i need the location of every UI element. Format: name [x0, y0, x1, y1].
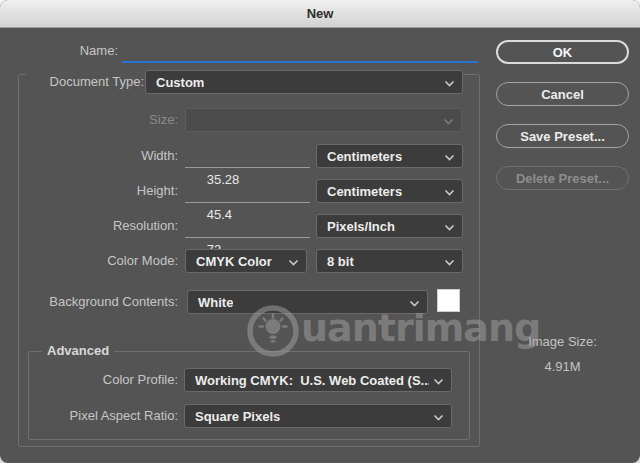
resolution-input[interactable]: 72 — [185, 214, 305, 238]
document-type-select[interactable]: Custom — [145, 70, 463, 94]
width-unit-select[interactable]: Centimeters — [316, 144, 463, 168]
color-profile-value: Working CMYK: U.S. Web Coated (S... — [195, 373, 429, 388]
width-input-underline — [185, 167, 310, 168]
width-unit-value: Centimeters — [327, 149, 402, 164]
ok-button[interactable]: OK — [496, 40, 629, 64]
pixel-aspect-ratio-value: Square Pixels — [195, 409, 280, 424]
color-mode-label: Color Mode: — [0, 249, 178, 273]
chevron-down-icon — [444, 259, 455, 266]
chevron-down-icon — [444, 189, 455, 196]
document-type-value: Custom — [156, 75, 204, 90]
color-mode-select[interactable]: CMYK Color — [185, 249, 307, 273]
cancel-button[interactable]: Cancel — [496, 82, 629, 106]
chevron-down-icon — [409, 300, 420, 307]
name-input[interactable]: Awesome Design — [125, 39, 475, 63]
image-size-value: 4.91M — [496, 359, 629, 374]
height-label: Height: — [0, 179, 178, 203]
width-input[interactable]: 35.28 — [185, 144, 305, 168]
chevron-down-icon — [444, 154, 455, 161]
resolution-unit-value: Pixels/Inch — [327, 219, 395, 234]
new-document-dialog: New Name: Awesome Design Document Type: … — [0, 0, 640, 463]
bit-depth-value: 8 bit — [327, 254, 354, 269]
resolution-unit-select[interactable]: Pixels/Inch — [316, 214, 463, 238]
width-label: Width: — [0, 144, 178, 168]
color-profile-label: Color Profile: — [0, 368, 178, 392]
height-unit-value: Centimeters — [327, 184, 402, 199]
chevron-down-icon — [288, 259, 299, 266]
name-label: Name: — [0, 39, 118, 63]
pixel-aspect-ratio-label: Pixel Aspect Ratio: — [0, 404, 178, 428]
resolution-input-underline — [185, 237, 310, 238]
delete-preset-button[interactable]: Delete Preset... — [496, 166, 629, 190]
image-size-label: Image Size: — [496, 334, 629, 349]
background-contents-select[interactable]: White — [187, 290, 428, 314]
size-select — [185, 108, 462, 132]
chevron-down-icon — [443, 118, 454, 125]
background-contents-label: Background Contents: — [0, 290, 178, 314]
name-input-underline — [122, 61, 478, 63]
color-profile-select[interactable]: Working CMYK: U.S. Web Coated (S... — [184, 368, 452, 392]
dialog-titlebar: New — [0, 0, 640, 28]
height-unit-select[interactable]: Centimeters — [316, 179, 463, 203]
background-color-swatch[interactable] — [437, 289, 460, 312]
pixel-aspect-ratio-select[interactable]: Square Pixels — [184, 404, 452, 428]
dialog-body: Name: Awesome Design Document Type: Cust… — [0, 28, 640, 463]
height-input[interactable]: 45.4 — [185, 179, 305, 203]
chevron-down-icon — [444, 80, 455, 87]
background-contents-value: White — [198, 295, 233, 310]
dialog-title: New — [307, 6, 334, 21]
save-preset-button[interactable]: Save Preset... — [496, 124, 629, 148]
resolution-label: Resolution: — [0, 214, 178, 238]
bit-depth-select[interactable]: 8 bit — [316, 249, 463, 273]
advanced-legend: Advanced — [42, 343, 114, 359]
height-input-underline — [185, 202, 310, 203]
chevron-down-icon — [433, 414, 444, 421]
chevron-down-icon — [444, 224, 455, 231]
chevron-down-icon — [433, 378, 444, 385]
size-label: Size: — [0, 108, 178, 132]
color-mode-value: CMYK Color — [196, 254, 272, 269]
